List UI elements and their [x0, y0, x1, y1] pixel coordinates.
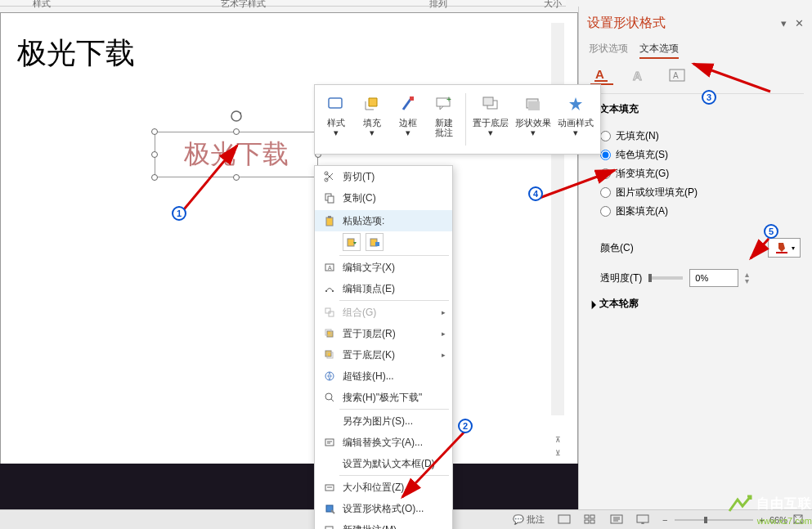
fill-button[interactable]: 填充▾: [354, 90, 390, 149]
svg-text:A: A: [673, 71, 679, 80]
effects-icon: [522, 93, 545, 114]
color-label: 颜色(C): [600, 241, 634, 255]
ctx-search[interactable]: 搜索(H)"极光下载": [315, 387, 452, 408]
svg-rect-14: [528, 101, 540, 110]
pane-close-icon[interactable]: ✕: [795, 17, 804, 29]
ctx-edit-alt[interactable]: 编辑替换文字(A)...: [315, 432, 452, 453]
view-reading-icon[interactable]: [610, 513, 623, 527]
annotation-badge-2: 2: [458, 419, 473, 433]
paste-picture[interactable]: [366, 233, 384, 251]
svg-rect-41: [585, 515, 589, 518]
rotate-handle-icon[interactable]: [230, 110, 243, 123]
text-fill-outline-icon[interactable]: A: [590, 65, 613, 85]
radio-solid-fill[interactable]: 纯色填充(S): [600, 148, 802, 162]
pane-title: 设置形状格式: [587, 15, 666, 32]
style-button[interactable]: 样式▾: [318, 90, 354, 149]
selected-textbox[interactable]: 极光下载: [155, 132, 318, 177]
radio-no-fill[interactable]: 无填充(N): [600, 129, 802, 143]
size-icon: [321, 479, 338, 495]
resize-handle[interactable]: [151, 128, 158, 135]
next-slide-icon[interactable]: ⊻: [551, 446, 564, 460]
zoom-out-icon[interactable]: −: [662, 515, 667, 525]
resize-handle[interactable]: [233, 174, 240, 181]
stepper-down-icon[interactable]: ▾: [745, 278, 749, 285]
annotation-badge-1: 1: [172, 206, 186, 221]
context-menu: 剪切(T) 复制(C) 粘贴选项: A编辑文字(X) 编辑顶点(E) 组合(G)…: [314, 165, 453, 529]
star-icon: [564, 93, 587, 114]
bring-front-icon: [321, 325, 338, 342]
transparency-input[interactable]: [689, 269, 738, 287]
ctx-edit-points[interactable]: 编辑顶点(E): [315, 278, 452, 299]
section-text-fill[interactable]: ◢ 文本填充: [579, 99, 812, 119]
ctx-size-position[interactable]: 大小和位置(Z)...: [315, 477, 452, 498]
timeline-strip: [0, 464, 578, 509]
style-icon: [325, 93, 348, 114]
radio-picture-fill[interactable]: 图片或纹理填充(P): [600, 186, 802, 199]
group-icon: [321, 304, 338, 321]
svg-text:A: A: [595, 67, 604, 81]
svg-rect-19: [326, 217, 333, 226]
svg-rect-6: [776, 252, 787, 253]
annotation-badge-5: 5: [764, 224, 778, 239]
ctx-new-comment[interactable]: 新建批注(M): [315, 519, 452, 529]
svg-rect-26: [325, 290, 327, 292]
resize-handle[interactable]: [151, 151, 158, 158]
shape-effects-button[interactable]: 形状效果▾: [512, 90, 554, 149]
svg-rect-44: [590, 520, 594, 523]
tab-text-options[interactable]: 文本选项: [639, 40, 679, 59]
resize-handle[interactable]: [233, 128, 240, 135]
pane-dropdown-icon[interactable]: ▾: [781, 17, 787, 29]
svg-rect-28: [325, 308, 330, 313]
svg-rect-36: [325, 439, 334, 446]
fill-icon: [361, 93, 384, 114]
textbox-icon[interactable]: A: [666, 65, 689, 85]
ctx-send-back[interactable]: 置于底层(K)▸: [315, 344, 452, 365]
new-comment-button[interactable]: + 新建批注: [426, 90, 462, 149]
format-shape-pane: 设置形状格式 ▾ ✕ 形状选项 文本选项 A A A ◢ 文本填充: [578, 7, 812, 529]
svg-rect-18: [328, 196, 334, 203]
copy-icon: [321, 190, 338, 206]
status-comments[interactable]: 💬 批注: [513, 513, 545, 526]
ctx-edit-text[interactable]: A编辑文字(X): [315, 257, 452, 278]
ctx-bring-front[interactable]: 置于顶层(R)▸: [315, 323, 452, 344]
ctx-cut[interactable]: 剪切(T): [315, 166, 452, 187]
svg-rect-7: [329, 98, 342, 108]
ctx-save-as-pic[interactable]: 另存为图片(S)...: [315, 410, 452, 432]
ctx-hyperlink[interactable]: 超链接(H)...: [315, 365, 452, 387]
resize-handle[interactable]: [151, 174, 158, 181]
view-normal-icon[interactable]: [558, 513, 571, 527]
prev-slide-icon[interactable]: ⊼: [551, 433, 564, 446]
svg-rect-12: [483, 97, 493, 105]
section-text-fill-label: 文本填充: [599, 102, 639, 116]
tab-shape-options[interactable]: 形状选项: [589, 40, 628, 59]
ctx-copy[interactable]: 复制(C): [315, 187, 452, 208]
view-slideshow-icon[interactable]: [636, 513, 649, 527]
view-sorter-icon[interactable]: [584, 513, 597, 527]
color-picker-button[interactable]: ▾: [768, 238, 801, 258]
send-back-button[interactable]: 置于底层▾: [469, 90, 512, 149]
svg-rect-27: [332, 290, 334, 292]
svg-rect-48: [704, 517, 707, 523]
ctx-group: 组合(G)▸: [315, 302, 452, 323]
caret-right-icon: ◢: [586, 298, 596, 308]
svg-rect-32: [325, 351, 331, 356]
paste-icon: [321, 213, 338, 229]
text-effects-icon[interactable]: A: [628, 65, 651, 85]
annotation-badge-4: 4: [528, 186, 543, 201]
paste-keep-format[interactable]: [343, 233, 361, 251]
radio-gradient-fill[interactable]: 渐变填充(G): [600, 167, 802, 181]
outline-icon: [397, 93, 419, 114]
ctx-default-textbox[interactable]: 设置为默认文本框(D): [315, 453, 452, 474]
section-text-outline[interactable]: ◢ 文本轮廓: [579, 294, 812, 314]
vertical-scrollbar[interactable]: [551, 23, 564, 415]
ctx-format-shape[interactable]: 设置形状格式(O)...: [315, 498, 452, 519]
outline-button[interactable]: 边框▾: [390, 90, 426, 149]
send-back-icon: [321, 347, 338, 363]
svg-rect-42: [590, 515, 594, 518]
transparency-slider[interactable]: [648, 276, 683, 280]
anim-styles-button[interactable]: 动画样式▾: [554, 90, 597, 149]
radio-pattern-fill[interactable]: 图案填充(A): [600, 204, 802, 218]
svg-text:+: +: [446, 95, 451, 104]
mini-toolbar: 样式▾ 填充▾ 边框▾ + 新建批注 置于底层▾ 形状效果▾ 动画样式▾: [314, 84, 601, 155]
slide-canvas[interactable]: 极光下载 极光下载: [0, 12, 578, 468]
